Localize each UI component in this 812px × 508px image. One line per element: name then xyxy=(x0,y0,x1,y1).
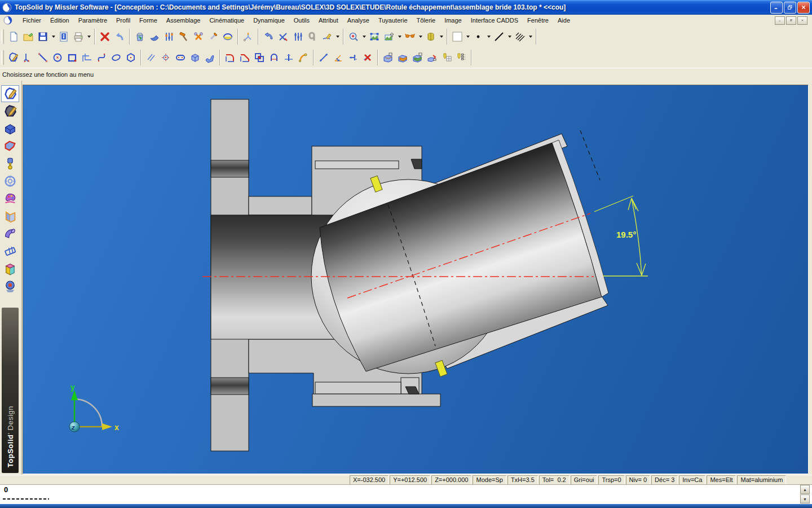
constraint-dim-button[interactable] xyxy=(346,50,360,65)
menu-analyse[interactable]: Analyse xyxy=(343,16,374,25)
bom-tree-button[interactable] xyxy=(454,50,469,65)
toolbar-grip[interactable] xyxy=(1,50,4,65)
new-document-button[interactable] xyxy=(6,29,21,45)
document-info-button[interactable] xyxy=(56,29,71,45)
mdi-close-button[interactable] xyxy=(797,16,807,25)
surface-tool-button[interactable] xyxy=(202,50,217,65)
point-style-button[interactable] xyxy=(471,29,486,45)
polygon-tool-button[interactable] xyxy=(123,50,138,65)
pan-view-button[interactable] xyxy=(382,29,396,45)
curve-edit-button[interactable] xyxy=(296,50,311,65)
slider-set-button[interactable] xyxy=(290,29,305,45)
hammer-tool-button[interactable] xyxy=(176,29,191,45)
menu-fichier[interactable]: Fichier xyxy=(18,16,46,25)
branch-arrows-button[interactable] xyxy=(261,29,276,45)
menu-aide[interactable]: Aide xyxy=(553,16,575,25)
center-point-button[interactable] xyxy=(158,50,173,65)
toolbar-grip[interactable] xyxy=(1,29,4,44)
cross-lines-button[interactable] xyxy=(276,29,290,45)
minimize-button[interactable] xyxy=(770,2,783,14)
frame-ladder-mode-button[interactable] xyxy=(1,243,19,260)
color-swatch-button[interactable] xyxy=(450,29,465,45)
menu-tolerie[interactable]: Tôlerie xyxy=(412,16,440,25)
ring-tool-button[interactable] xyxy=(220,29,235,45)
zoom-in-dropdown-arrow[interactable] xyxy=(361,29,367,45)
menu-assemblage[interactable]: Assemblage xyxy=(162,16,205,25)
glasses-view-dropdown-arrow[interactable] xyxy=(417,29,423,45)
line-style-dropdown-arrow[interactable] xyxy=(506,29,513,45)
camera-view-mode-button[interactable] xyxy=(1,278,19,295)
menu-interface-cadds[interactable]: Interface CADDS xyxy=(466,16,523,25)
scroll-up-button[interactable]: ▲ xyxy=(800,485,810,494)
wrench-pair-button[interactable] xyxy=(191,29,206,45)
magnet-tool-button[interactable] xyxy=(305,29,320,45)
command-area[interactable]: 0 ▲ ▼ xyxy=(0,484,812,505)
viewport-3d[interactable]: 19.5° y x z xyxy=(23,85,809,474)
sketch-hand-dropdown-arrow[interactable] xyxy=(334,29,341,45)
ellipse-tool-button[interactable] xyxy=(109,50,123,65)
hatch-style-button[interactable] xyxy=(513,29,527,45)
fit-view-button[interactable] xyxy=(367,29,382,45)
mdi-minimize-button[interactable] xyxy=(775,16,785,25)
trim-tool-button[interactable] xyxy=(281,50,296,65)
component-standard-button[interactable] xyxy=(410,50,425,65)
mdi-restore-button[interactable] xyxy=(786,16,796,25)
line-style-button[interactable] xyxy=(492,29,506,45)
zoom-in-button[interactable] xyxy=(346,29,361,45)
menu-dynamique[interactable]: Dynamique xyxy=(249,16,289,25)
dimension-line-button[interactable] xyxy=(316,50,331,65)
menu-forme[interactable]: Forme xyxy=(135,16,162,25)
open-folder-button[interactable] xyxy=(21,29,36,45)
menu-cinematique[interactable]: Cinématique xyxy=(205,16,249,25)
undo-arrow-button[interactable] xyxy=(112,29,127,45)
menu-tuyauterie[interactable]: Tuyauterie xyxy=(374,16,412,25)
render-palette-mode-button[interactable] xyxy=(1,190,19,207)
corner-fillet-button[interactable] xyxy=(223,50,237,65)
solid-block-mode-button[interactable] xyxy=(1,120,19,137)
part-piston-mode-button[interactable] xyxy=(1,155,19,172)
surface-patch-mode-button[interactable] xyxy=(1,138,19,155)
menu-parametre[interactable]: Paramètre xyxy=(74,16,112,25)
dimension-angle-button[interactable] xyxy=(331,50,346,65)
corner-chamfer-button[interactable] xyxy=(237,50,252,65)
menu-profil[interactable]: Profil xyxy=(112,16,135,25)
component-include-button[interactable] xyxy=(381,50,395,65)
obround-slot-button[interactable] xyxy=(173,50,188,65)
rectangle-tool-button[interactable] xyxy=(65,50,80,65)
menu-image[interactable]: Image xyxy=(440,16,466,25)
circle-tool-button[interactable] xyxy=(50,50,65,65)
hatch-style-dropdown-arrow[interactable] xyxy=(527,29,533,45)
shaded-view-dropdown-arrow[interactable] xyxy=(438,29,444,45)
frame-tool-button[interactable] xyxy=(80,50,94,65)
scroll-down-button[interactable]: ▼ xyxy=(800,494,810,503)
sketch-3d-mode-button[interactable] xyxy=(1,103,19,120)
attributes-sliders-button[interactable] xyxy=(162,29,176,45)
menu-attribut[interactable]: Attribut xyxy=(314,16,343,25)
edit-bin-button[interactable] xyxy=(133,29,147,45)
component-move-button[interactable] xyxy=(425,50,439,65)
menu-fenetre[interactable]: Fenêtre xyxy=(523,16,553,25)
boolean-squares-button[interactable] xyxy=(252,50,267,65)
bom-flag-button[interactable] xyxy=(439,50,454,65)
pipe-elbow-mode-button[interactable] xyxy=(1,225,19,242)
transform-point-button[interactable] xyxy=(21,50,36,65)
modify-tool-button[interactable] xyxy=(147,29,162,45)
glasses-view-button[interactable] xyxy=(403,29,417,45)
menu-edition[interactable]: Édition xyxy=(46,16,74,25)
print-button[interactable] xyxy=(71,29,86,45)
point-style-dropdown-arrow[interactable] xyxy=(486,29,492,45)
sketch-hand-button[interactable] xyxy=(320,29,334,45)
screw-tool-button[interactable] xyxy=(206,29,220,45)
line-segment-button[interactable] xyxy=(36,50,50,65)
save-button[interactable] xyxy=(36,29,50,45)
menu-outils[interactable]: Outils xyxy=(289,16,314,25)
shaded-view-button[interactable] xyxy=(423,29,438,45)
arc-slot-button[interactable] xyxy=(267,50,281,65)
prism-tool-button[interactable] xyxy=(188,50,202,65)
restore-button[interactable] xyxy=(784,2,796,14)
spline-tool-button[interactable] xyxy=(94,50,109,65)
assembly-corner-mode-button[interactable] xyxy=(1,260,19,277)
component-part-button[interactable] xyxy=(395,50,410,65)
parallel-lines-button[interactable] xyxy=(144,50,158,65)
delete-constraint-button[interactable] xyxy=(360,50,375,65)
